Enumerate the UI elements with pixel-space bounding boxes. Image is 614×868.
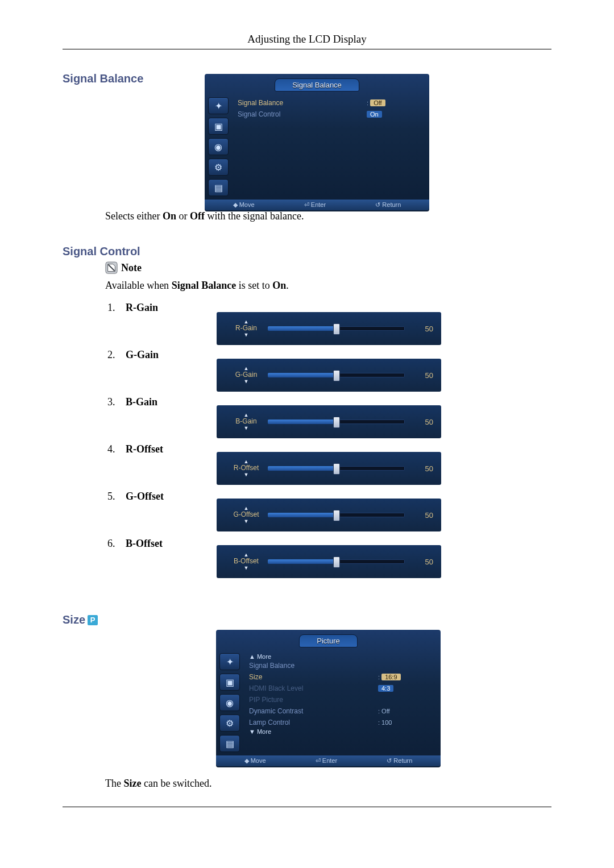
osd-title: Signal Balance — [275, 78, 359, 92]
slider-value: 50 — [405, 511, 433, 520]
slider-thumb[interactable] — [333, 323, 340, 335]
osd-footer: ◆ Move ⏎ Enter ↺ Return — [216, 755, 441, 766]
footer-move: ◆ Move — [244, 757, 266, 765]
osd-icon-picture[interactable]: ✦ — [219, 653, 240, 670]
osd-icon-picture[interactable]: ✦ — [208, 97, 229, 114]
osd-row-dyn-contrast[interactable]: Dynamic Contrast: Off — [249, 705, 435, 717]
osd-option-169[interactable]: 16:9 — [381, 674, 400, 680]
slider-r-gain[interactable]: ▲R-Gain▼ 50 — [217, 312, 441, 345]
osd-picture: Picture ✦ ▣ ◉ ⚙ ▤ ▲ More Signal Balance … — [216, 630, 441, 767]
osd-icon-sound[interactable]: ▣ — [208, 118, 229, 135]
more-up[interactable]: ▲ More — [249, 653, 435, 660]
osd-icon-sound[interactable]: ▣ — [219, 674, 240, 691]
osd-option-off[interactable]: Off — [370, 99, 385, 106]
param-r-offset: R-Offset ▲R-Offset▼ 50 — [118, 443, 551, 455]
slider-value: 50 — [405, 418, 433, 426]
slider-value: 50 — [405, 464, 433, 473]
osd-footer: ◆ Move ⏎ Enter ↺ Return — [205, 200, 429, 210]
more-down[interactable]: ▼ More — [249, 728, 435, 735]
slider-b-offset[interactable]: ▲B-Offset▼ 50 — [217, 545, 441, 578]
slider-value: 50 — [405, 325, 433, 333]
bottom-rule — [63, 807, 551, 807]
osd-icon-column: ✦ ▣ ◉ ⚙ ▤ — [205, 94, 232, 200]
footer-return: ↺ Return — [375, 201, 401, 209]
param-b-offset: B-Offset ▲B-Offset▼ 50 — [118, 538, 551, 550]
osd-row-signal-balance[interactable]: Signal Balance — [249, 660, 435, 671]
osd-icon-column: ✦ ▣ ◉ ⚙ ▤ — [216, 650, 243, 755]
osd-option-on[interactable]: On — [367, 111, 382, 118]
param-b-gain: B-Gain ▲B-Gain▼ 50 — [118, 396, 551, 408]
osd-icon-setup[interactable]: ◉ — [219, 694, 240, 711]
osd-title: Picture — [299, 634, 357, 647]
slider-thumb[interactable] — [333, 510, 340, 521]
osd-row-size[interactable]: Size : 16:9 — [249, 671, 435, 683]
osd-icon-setup[interactable]: ◉ — [208, 138, 229, 155]
osd-row-lamp[interactable]: Lamp Control: 100 — [249, 717, 435, 728]
osd-row-pip[interactable]: PIP Picture — [249, 694, 435, 705]
signal-control-availability: Available when Signal Balance is set to … — [105, 280, 551, 292]
osd-option-43[interactable]: 4:3 — [378, 685, 393, 692]
note-label: Note — [121, 262, 142, 274]
signal-control-params: R-Gain ▲R-Gain▼ 50 G-Gain ▲G-Gain▼ 50 B-… — [105, 302, 551, 550]
osd-icon-settings[interactable]: ⚙ — [208, 159, 229, 176]
footer-enter: ⏎ Enter — [304, 201, 326, 209]
heading-signal-control: Signal Control — [63, 245, 551, 258]
footer-move: ◆ Move — [233, 201, 255, 209]
param-g-gain: G-Gain ▲G-Gain▼ 50 — [118, 349, 551, 361]
slider-value: 50 — [405, 371, 433, 380]
osd-label: Signal Balance — [238, 99, 367, 107]
osd-icon-settings[interactable]: ⚙ — [219, 715, 240, 732]
p-badge-icon: P — [88, 615, 98, 625]
osd-row-signal-balance[interactable]: Signal Balance : Off — [238, 97, 424, 109]
slider-b-gain[interactable]: ▲B-Gain▼ 50 — [217, 405, 441, 438]
page-header: Adjusting the LCD Display — [63, 33, 551, 49]
footer-enter: ⏎ Enter — [316, 757, 337, 765]
signal-balance-description: Selects either On or Off with the signal… — [105, 210, 551, 222]
osd-row-signal-control[interactable]: Signal Control On — [238, 109, 424, 120]
footer-return: ↺ Return — [387, 757, 412, 765]
heading-size: Size P — [63, 613, 98, 626]
slider-thumb[interactable] — [333, 556, 340, 568]
osd-label: Signal Control — [238, 110, 367, 118]
osd-row-hdmi-black[interactable]: HDMI Black Level 4:3 — [249, 683, 435, 694]
slider-r-offset[interactable]: ▲R-Offset▼ 50 — [217, 452, 441, 485]
slider-thumb[interactable] — [333, 417, 340, 428]
note-icon — [105, 261, 118, 274]
osd-icon-multi[interactable]: ▤ — [219, 735, 240, 752]
slider-g-offset[interactable]: ▲G-Offset▼ 50 — [217, 499, 441, 531]
osd-icon-multi[interactable]: ▤ — [208, 179, 229, 196]
slider-thumb[interactable] — [333, 370, 340, 381]
param-g-offset: G-Offset ▲G-Offset▼ 50 — [118, 491, 551, 502]
param-r-gain: R-Gain ▲R-Gain▼ 50 — [118, 302, 551, 314]
size-description: The Size can be switched. — [105, 778, 551, 790]
slider-value: 50 — [405, 558, 433, 566]
slider-thumb[interactable] — [333, 463, 340, 475]
slider-g-gain[interactable]: ▲G-Gain▼ 50 — [217, 359, 441, 392]
osd-signal-balance: Signal Balance ✦ ▣ ◉ ⚙ ▤ Signal Balance … — [205, 74, 429, 211]
